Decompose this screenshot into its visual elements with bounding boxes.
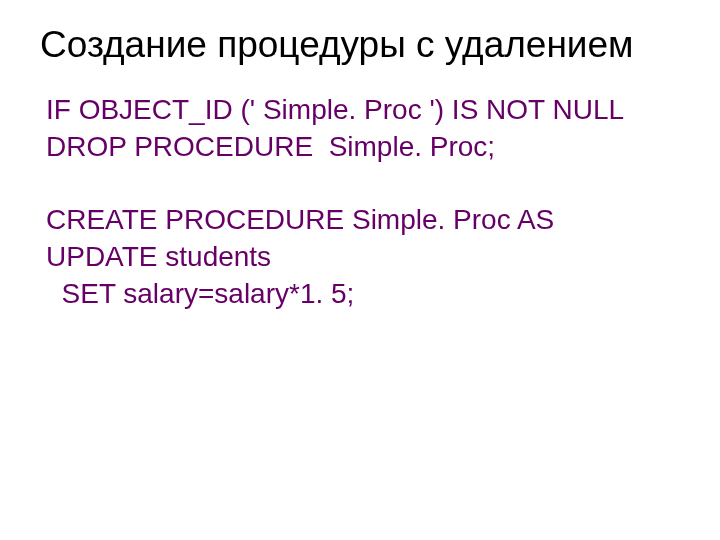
slide-container: Создание процедуры с удалением IF OBJECT…: [0, 0, 720, 313]
code-line: DROP PROCEDURE Simple. Proc;: [46, 129, 680, 166]
slide-title: Создание процедуры с удалением: [40, 24, 680, 66]
blank-line: [46, 166, 680, 202]
code-line: SET salary=salary*1. 5;: [46, 276, 680, 313]
code-block: IF OBJECT_ID (' Simple. Proc ') IS NOT N…: [40, 92, 680, 313]
code-line: IF OBJECT_ID (' Simple. Proc ') IS NOT N…: [46, 92, 680, 129]
code-line: CREATE PROCEDURE Simple. Proc AS: [46, 202, 680, 239]
code-line: UPDATE students: [46, 239, 680, 276]
